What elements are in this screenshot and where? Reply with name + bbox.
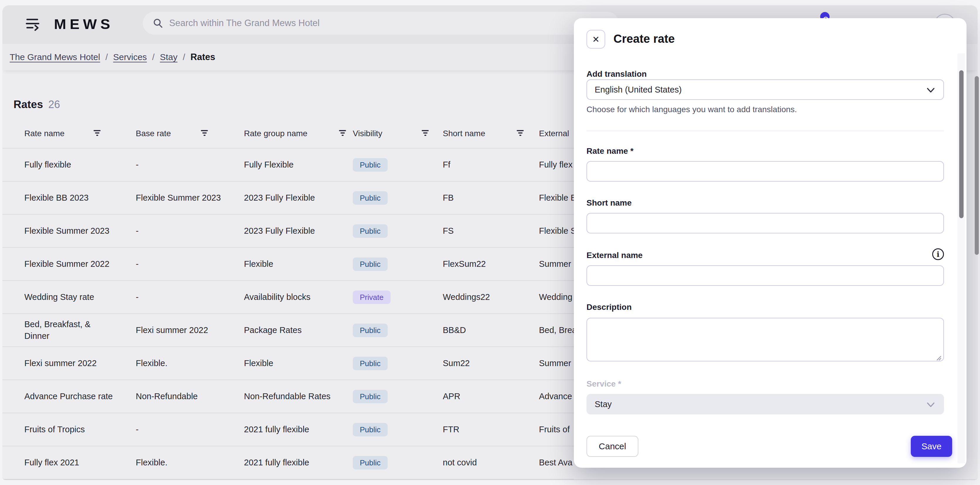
table-bottom-divider (2, 479, 574, 479)
save-button[interactable]: Save (911, 436, 952, 457)
cell-short-name: FS (443, 215, 531, 247)
menu-icon (26, 27, 33, 29)
table-row[interactable]: Wedding Stay rate-Availability blocksPri… (2, 280, 574, 313)
global-search[interactable] (143, 12, 619, 35)
modal-scrollbar-thumb[interactable] (959, 70, 964, 218)
table-row[interactable]: Flexi summer 2022Flexible.FlexiblePublic… (2, 347, 574, 380)
cell-base-rate: Flexible. (136, 347, 235, 380)
cell-base-rate: Flexible. (136, 446, 235, 479)
cell-base-rate: - (136, 248, 235, 280)
filter-icon[interactable] (93, 130, 101, 136)
cell-short-name: APR (443, 380, 531, 413)
table-row[interactable]: Flexible BB 2023Flexible Summer 20232023… (2, 181, 574, 214)
info-icon-glyph: i (937, 250, 940, 258)
cell-rate-name: Flexible Summer 2022 (24, 248, 121, 280)
visibility-badge: Public (353, 456, 388, 469)
cell-short-name: Ff (443, 149, 531, 181)
breadcrumb-separator: / (105, 52, 108, 62)
cell-base-rate: Non-Refundable (136, 380, 235, 413)
filter-icon[interactable] (200, 130, 208, 136)
visibility-badge: Public (353, 423, 388, 436)
cell-rate-group: Flexible (244, 248, 350, 280)
section-divider (587, 131, 944, 131)
page-scrollbar[interactable] (975, 76, 979, 255)
breadcrumb-item[interactable]: The Grand Mews Hotel (10, 52, 100, 62)
cell-short-name: not covid (443, 446, 531, 479)
cancel-button[interactable]: Cancel (587, 436, 638, 457)
sidebar-toggle-button[interactable] (24, 15, 45, 34)
page-title-text: Rates (13, 98, 43, 111)
cell-rate-group: Availability blocks (244, 281, 350, 313)
cell-base-rate: Flexible Summer 2023 (136, 182, 235, 214)
description-textarea[interactable] (587, 318, 944, 361)
close-button[interactable]: ✕ (587, 30, 605, 49)
column-header[interactable]: Short name (443, 129, 485, 138)
column-header[interactable]: Rate name (24, 129, 65, 138)
chevron-down-icon (926, 400, 936, 409)
service-select: Stay (587, 394, 944, 414)
breadcrumb-item[interactable]: Stay (160, 52, 177, 62)
breadcrumb-item[interactable]: Services (113, 52, 147, 62)
translation-helper-text: Choose for which languages you want to a… (587, 105, 909, 114)
cell-rate-name: Advance Purchase rate (24, 380, 121, 413)
visibility-badge: Private (353, 290, 391, 304)
cell-rate-name: Fully flexible (24, 149, 121, 181)
filter-icon[interactable] (339, 130, 346, 136)
breadcrumb: The Grand Mews Hotel/Services/Stay/Rates (10, 44, 215, 70)
page-scrollbar-thumb[interactable] (975, 76, 979, 255)
visibility-badge: Public (353, 323, 388, 337)
translation-select-value: English (United States) (595, 85, 682, 95)
filter-icon[interactable] (516, 130, 524, 136)
cell-base-rate: - (136, 215, 235, 247)
column-header[interactable]: Rate group name (244, 129, 307, 138)
column-header[interactable]: Base rate (136, 129, 171, 138)
rate-name-label: Rate name * (587, 146, 633, 156)
cancel-button-label: Cancel (599, 441, 626, 451)
rate-name-input[interactable] (587, 161, 944, 182)
description-label: Description (587, 303, 632, 312)
cell-rate-group: Fully Flexible (244, 149, 350, 181)
visibility-badge: Public (353, 357, 388, 370)
add-translation-label: Add translation (587, 70, 647, 79)
chevron-down-icon (926, 86, 936, 95)
create-rate-modal: ✕ Create rate Add translation English (U… (574, 18, 967, 468)
cell-rate-group: 2023 Fully Flexible (244, 215, 350, 247)
table-row[interactable]: Fruits of Tropics-2021 fully flexiblePub… (2, 413, 574, 446)
search-input[interactable] (169, 17, 522, 29)
visibility-badge: Public (353, 257, 388, 271)
cell-base-rate: - (136, 149, 235, 181)
table-row[interactable]: Fully flex 2021Flexible.2021 fully flexi… (2, 446, 574, 479)
cell-short-name: FB (443, 182, 531, 214)
cell-short-name: FTR (443, 413, 531, 446)
info-icon[interactable]: i (932, 248, 944, 260)
column-header[interactable]: Visibility (353, 129, 382, 138)
table-row[interactable]: Bed, Breakfast, & DinnerFlexi summer 202… (2, 313, 574, 347)
close-icon: ✕ (592, 34, 600, 44)
mews-logo: MEWS (54, 16, 114, 32)
table-row[interactable]: Advance Purchase rateNon-RefundableNon-R… (2, 380, 574, 413)
breadcrumb-item: Rates (191, 52, 215, 62)
menu-icon (26, 19, 38, 20)
cell-rate-name: Flexi summer 2022 (24, 347, 121, 380)
cell-rate-name: Fruits of Tropics (24, 413, 121, 446)
cell-rate-group: 2023 Fully Flexible (244, 182, 350, 214)
cell-short-name: Weddings22 (443, 281, 531, 313)
short-name-input[interactable] (587, 213, 944, 233)
cell-rate-name: Wedding Stay rate (24, 281, 121, 313)
table-row[interactable]: Flexible Summer 2023-2023 Fully Flexible… (2, 214, 574, 247)
cell-rate-group: Package Rates (244, 314, 350, 347)
save-button-label: Save (921, 441, 941, 451)
cell-rate-name: Fully flex 2021 (24, 446, 121, 479)
translation-select[interactable]: English (United States) (587, 79, 944, 100)
table-row[interactable]: Flexible Summer 2022-FlexiblePublicFlexS… (2, 247, 574, 280)
breadcrumb-separator: / (152, 52, 154, 62)
table-row[interactable]: Fully flexible-Fully FlexiblePublicFfFul… (2, 148, 574, 181)
chevron-right-icon (34, 24, 39, 31)
column-header[interactable]: External (539, 129, 569, 138)
modal-title: Create rate (614, 32, 675, 45)
external-name-input[interactable] (587, 265, 944, 286)
filter-icon[interactable] (422, 130, 429, 136)
cell-base-rate: - (136, 413, 235, 446)
cell-rate-name: Bed, Breakfast, & Dinner (24, 314, 121, 347)
cell-rate-group: Non-Refundable Rates (244, 380, 350, 413)
